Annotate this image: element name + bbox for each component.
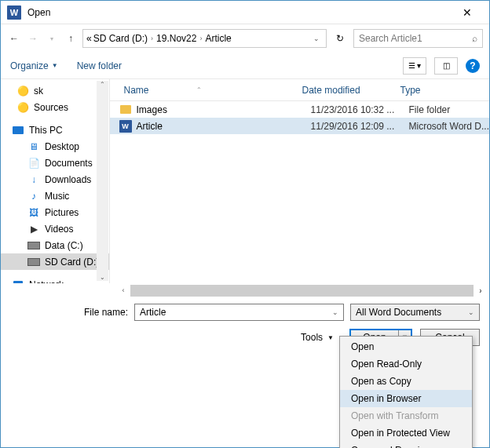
tree-item-desktop[interactable]: 🖥Desktop	[1, 138, 109, 155]
horizontal-scrollbar[interactable]	[130, 285, 474, 297]
help-icon[interactable]: ?	[466, 59, 480, 73]
back-arrow-icon[interactable]: ←	[7, 31, 21, 46]
folder-icon: 🟡	[16, 101, 29, 114]
pictures-icon: 🖼	[27, 206, 40, 219]
menu-item-open-browser[interactable]: Open in Browser	[340, 390, 472, 407]
drive-icon	[27, 256, 40, 268]
breadcrumb-seg3[interactable]: Article	[205, 33, 231, 44]
chevron-down-icon: ▼	[52, 62, 58, 69]
tree-item-sk[interactable]: 🟡sk	[1, 82, 109, 99]
desktop-icon: 🖥	[27, 140, 40, 153]
videos-icon: ▶	[27, 223, 40, 235]
search-placeholder: Search Article1	[359, 33, 472, 44]
scroll-left-icon[interactable]: ‹	[118, 286, 129, 294]
tools-button[interactable]: Tools ▼	[301, 332, 334, 343]
tree-item-videos[interactable]: ▶Videos	[1, 220, 109, 237]
breadcrumb-seg1[interactable]: SD Card (D:)	[93, 33, 148, 44]
preview-pane-button[interactable]: ◫	[434, 57, 458, 75]
tree-item-sources[interactable]: 🟡Sources	[1, 99, 109, 115]
filename-label: File name:	[10, 307, 128, 318]
search-input[interactable]: Search Article1 ⌕	[353, 29, 483, 48]
file-row-folder[interactable]: Images 11/23/2016 10:32 ... File folder	[110, 101, 489, 118]
word-file-icon: W	[119, 120, 132, 133]
word-app-icon: W	[7, 5, 21, 20]
breadcrumb[interactable]: « SD Card (D:) › 19.Nov22 › Article ⌄	[82, 29, 327, 48]
pc-icon	[12, 124, 24, 137]
view-mode-button[interactable]: ☰ ▾	[403, 57, 426, 75]
documents-icon: 📄	[27, 157, 40, 169]
chevron-right-icon: ›	[149, 35, 155, 42]
organize-button[interactable]: Organize ▼	[10, 60, 58, 71]
tree-item-downloads[interactable]: ↓Downloads	[1, 171, 109, 188]
chevron-down-icon[interactable]: ⌄	[468, 308, 474, 316]
filename-input[interactable]: Article ⌄	[134, 304, 344, 321]
breadcrumb-dropdown-icon[interactable]: ⌄	[310, 35, 323, 42]
tree-item-music[interactable]: ♪Music	[1, 188, 109, 204]
refresh-icon[interactable]: ↻	[331, 30, 349, 47]
tree-item-datac[interactable]: Data (C:)	[1, 237, 109, 253]
tree-scrollbar[interactable]: ⌃⌄	[97, 81, 108, 281]
chevron-right-icon: ›	[198, 35, 203, 42]
menu-item-open-copy[interactable]: Open as Copy	[340, 373, 472, 390]
tree-item-pictures[interactable]: 🖼Pictures	[1, 204, 109, 220]
network-icon	[12, 279, 24, 284]
drive-icon	[27, 239, 40, 252]
chevron-down-icon: ▼	[327, 334, 334, 341]
folder-icon	[119, 104, 132, 116]
breadcrumb-prefix: «	[86, 33, 92, 44]
column-header-type[interactable]: Type	[400, 85, 489, 96]
column-header-name[interactable]: Name⌃	[110, 85, 302, 96]
chevron-down-icon[interactable]: ⌄	[332, 308, 338, 316]
sort-indicator-icon: ⌃	[196, 86, 202, 93]
menu-item-open[interactable]: Open	[340, 338, 472, 355]
tree-item-thispc[interactable]: This PC	[1, 122, 109, 138]
music-icon: ♪	[27, 190, 40, 202]
downloads-icon: ↓	[27, 173, 40, 186]
up-arrow-icon[interactable]: ↑	[64, 31, 78, 46]
column-header-date[interactable]: Date modified	[302, 85, 400, 96]
close-icon[interactable]: ✕	[452, 6, 483, 19]
scroll-right-icon[interactable]: ›	[475, 286, 486, 295]
tree-item-network[interactable]: Network	[1, 276, 109, 283]
search-icon: ⌕	[472, 33, 477, 44]
filetype-select[interactable]: All Word Documents ⌄	[350, 304, 480, 321]
recent-dropdown-icon[interactable]: ▾	[45, 31, 59, 46]
folder-icon: 🟡	[16, 85, 29, 97]
nav-tree: 🟡sk 🟡Sources This PC 🖥Desktop 📄Documents…	[1, 79, 110, 283]
forward-arrow-icon: →	[26, 31, 40, 46]
window-title: Open	[27, 7, 452, 18]
menu-item-open-readonly[interactable]: Open Read-Only	[340, 355, 472, 373]
breadcrumb-seg2[interactable]: 19.Nov22	[156, 33, 196, 44]
menu-item-open-repair[interactable]: Open and Repair	[340, 442, 472, 448]
new-folder-button[interactable]: New folder	[77, 60, 122, 71]
tree-item-documents[interactable]: 📄Documents	[1, 155, 109, 171]
tree-item-sdcard[interactable]: SD Card (D:)	[1, 253, 109, 270]
file-row-word[interactable]: W Article 11/29/2016 12:09 ... Microsoft…	[110, 118, 489, 134]
open-dropdown-menu: Open Open Read-Only Open as Copy Open in…	[339, 336, 473, 448]
menu-item-open-protected[interactable]: Open in Protected View	[340, 424, 472, 442]
menu-item-open-transform: Open with Transform	[340, 407, 472, 424]
